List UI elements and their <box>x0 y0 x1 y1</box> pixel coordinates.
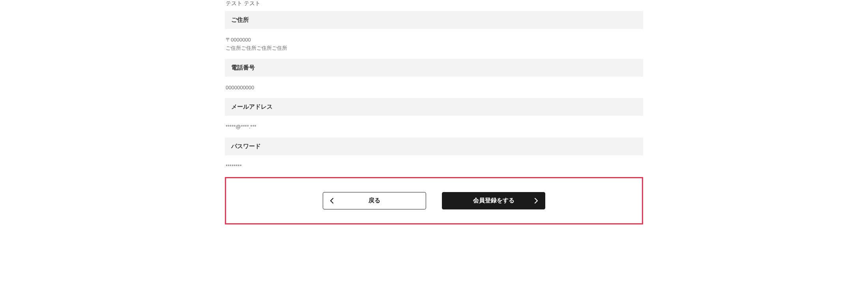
email-value: *****@****.*** <box>225 123 643 131</box>
password-label: パスワード <box>231 143 637 150</box>
submit-button-label: 会員登録をする <box>473 197 514 204</box>
email-section-header: メールアドレス <box>225 98 643 116</box>
chevron-right-icon <box>535 198 538 204</box>
back-button-label: 戻る <box>369 197 380 204</box>
email-label: メールアドレス <box>231 103 637 111</box>
name-value: テスト テスト <box>225 0 643 11</box>
address-section-header: ご住所 <box>225 11 643 29</box>
phone-label: 電話番号 <box>231 64 637 72</box>
phone-section-header: 電話番号 <box>225 59 643 77</box>
address-detail: ご住所ご住所ご住所ご住所 <box>226 44 643 53</box>
phone-value: 0000000000 <box>225 84 643 92</box>
address-label: ご住所 <box>231 16 637 24</box>
submit-button[interactable]: 会員登録をする <box>442 192 545 209</box>
password-value: ******** <box>225 162 643 171</box>
button-area-highlight: 戻る 会員登録をする <box>225 177 643 224</box>
back-button[interactable]: 戻る <box>323 192 426 209</box>
postal-code: 〒0000000 <box>226 36 643 44</box>
password-section-header: パスワード <box>225 138 643 155</box>
address-value: 〒0000000 ご住所ご住所ご住所ご住所 <box>225 36 643 53</box>
chevron-left-icon <box>330 198 333 204</box>
